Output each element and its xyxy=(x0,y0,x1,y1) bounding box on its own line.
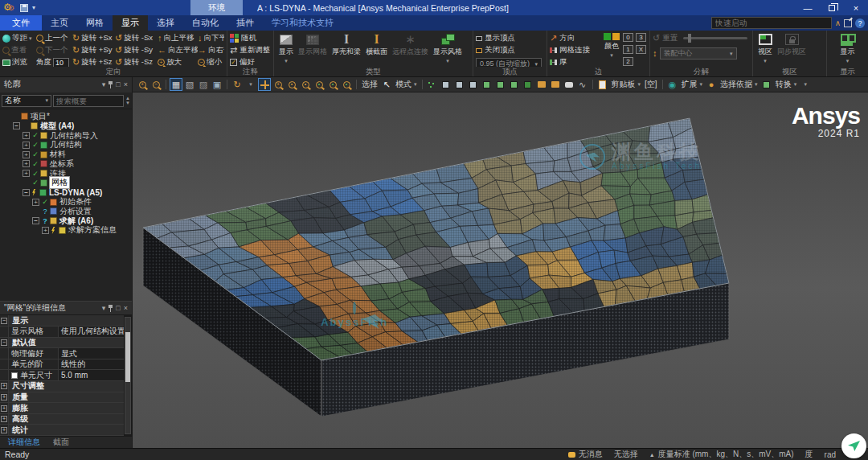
clipboard-dropdown[interactable]: 剪贴板▾ xyxy=(610,79,643,90)
tree-item-solution-info[interactable]: +求解方案信息 xyxy=(2,226,132,236)
edge-color-button[interactable]: 颜色 ▾ xyxy=(600,32,623,67)
tree-expander-icon[interactable]: + xyxy=(23,151,30,158)
menu-tab-4[interactable]: 选择 xyxy=(148,15,183,31)
details-tab-1[interactable]: 截面 xyxy=(47,437,76,448)
details-row-1[interactable]: 显示风格使用几何结构设置 xyxy=(0,327,124,338)
rotate-dropdown[interactable]: ▾ xyxy=(244,78,257,91)
shaded-exterior-icon[interactable]: ▧ xyxy=(183,78,196,91)
edge-direction[interactable]: ↗方向 xyxy=(550,32,600,44)
edge-number-button-0[interactable]: 0 xyxy=(623,33,633,42)
help-icon[interactable]: ? xyxy=(855,18,865,28)
details-row-5[interactable]: 单元尺寸5.0 mm xyxy=(0,370,124,381)
style-cross-section[interactable]: I横截面 xyxy=(363,32,390,67)
zoom-out-icon[interactable]: − xyxy=(149,78,162,91)
vertex-close-vertices[interactable]: 关闭顶点 xyxy=(476,44,544,56)
angle-input[interactable]: 10 xyxy=(53,58,69,68)
details-value[interactable]: 使用几何结构设置 xyxy=(59,327,124,337)
orient-rotate-icon[interactable]: ↻旋转 +Sz xyxy=(72,56,115,67)
outline-menu-caret-icon[interactable]: ▾ xyxy=(102,80,106,88)
extend-globe-icon[interactable]: ◉ xyxy=(666,78,679,91)
annotation-xyz-icon[interactable] xyxy=(535,78,548,91)
minimize-button[interactable]: — xyxy=(796,0,820,15)
menu-tab-1[interactable]: 主页 xyxy=(42,15,77,31)
comment-bubble-icon[interactable] xyxy=(563,78,575,91)
tree-expander-icon[interactable]: + xyxy=(23,142,30,149)
tree-expander-icon[interactable]: + xyxy=(42,227,49,234)
select-element-face-icon[interactable] xyxy=(522,78,534,91)
sync-viewports-button[interactable]: 同步视区 xyxy=(775,32,809,67)
pin-icon[interactable] xyxy=(108,81,113,88)
convert-icon[interactable] xyxy=(760,78,773,91)
viewports-button[interactable]: 视区 ▾ xyxy=(755,32,775,67)
select-edge-icon[interactable] xyxy=(453,78,466,91)
collapse-icon[interactable]: − xyxy=(1,339,7,346)
tree-expander-icon[interactable]: + xyxy=(23,160,30,167)
explode-slider[interactable] xyxy=(683,37,747,39)
details-value[interactable]: 5.0 mm xyxy=(59,370,124,380)
orient-arrow-down-icon[interactable]: ↓向下平移 xyxy=(198,32,224,44)
filter-combo[interactable]: 名称▾ xyxy=(2,95,51,107)
rotate-icon[interactable]: ↻ xyxy=(231,78,244,91)
menu-tab-3[interactable]: 显示 xyxy=(113,15,148,31)
sketch-display-icon[interactable]: ▨ xyxy=(197,78,210,91)
save-icon[interactable] xyxy=(20,4,28,12)
zoom-capped-icon[interactable]: • xyxy=(313,78,326,91)
vertex-scale-select[interactable]: 0.95 (自动缩放)▾ xyxy=(476,58,542,67)
edge-number-button-1[interactable]: 1 xyxy=(623,45,633,54)
tree-expander-icon[interactable]: − xyxy=(23,189,30,196)
orient-rotate-icon[interactable]: ↻旋转 +Sy xyxy=(72,44,115,56)
expand-icon[interactable]: + xyxy=(1,405,7,412)
style-beam-gray[interactable]: I厚壳和梁 xyxy=(330,32,363,67)
orient-angle-field[interactable]: 角度10 xyxy=(36,56,72,67)
menu-tab-6[interactable]: 插件 xyxy=(227,15,263,31)
mode-dropdown[interactable]: 模式▾ xyxy=(394,79,419,90)
reset-icon[interactable]: ↺ xyxy=(653,34,660,43)
details-row-3[interactable]: 物理偏好显式 xyxy=(0,348,124,359)
select-element-icon[interactable] xyxy=(508,78,521,91)
expand-icon[interactable]: + xyxy=(1,394,7,400)
orient-zoom-out-icon[interactable]: −缩小 xyxy=(198,56,224,67)
orient-magnifier-icon[interactable]: 上一个 xyxy=(36,32,72,44)
collapse-icon[interactable]: − xyxy=(1,318,7,324)
annotation-rescale[interactable]: ⇄重新调整 xyxy=(230,44,271,56)
box-zoom-icon[interactable]: ▪ xyxy=(285,78,298,91)
orient-arrow-left-icon[interactable]: ←向左平移 xyxy=(158,44,198,56)
zoom-icon[interactable]: + xyxy=(272,78,285,91)
zoom-mesh-icon[interactable]: • xyxy=(326,78,339,91)
chart-icon[interactable]: ∿ xyxy=(576,78,589,91)
select-face-icon[interactable] xyxy=(467,78,480,91)
menu-tab-2[interactable]: 网格 xyxy=(77,15,113,31)
tree-item-coordinate-systems[interactable]: +✓坐标系 xyxy=(2,159,132,169)
expand-icon[interactable]: + xyxy=(1,427,7,433)
orient-arrow-up-icon[interactable]: ↑向上平移 xyxy=(158,32,198,44)
orient-zoom-in-icon[interactable]: +放大 xyxy=(158,56,198,67)
copy-view-icon[interactable]: ▣ xyxy=(211,78,223,91)
select-node-icon[interactable] xyxy=(494,78,507,91)
maximize-panel-icon[interactable]: □ xyxy=(116,80,120,88)
select-body-icon[interactable] xyxy=(481,78,493,91)
details-value[interactable]: 显式 xyxy=(59,348,124,359)
pan-icon[interactable] xyxy=(258,78,271,91)
details-close-icon[interactable]: × xyxy=(124,304,128,312)
orient-rotate-ccw-icon[interactable]: ↺旋转 -Sy xyxy=(115,44,158,56)
expand-icon[interactable]: + xyxy=(1,383,7,389)
outline-search-input[interactable] xyxy=(53,95,124,107)
explode-center-select[interactable]: 装配中心▾ xyxy=(660,47,737,60)
checkbox-icon[interactable] xyxy=(11,372,18,379)
zoom-in-icon[interactable]: + xyxy=(136,78,149,91)
style-mesh-cube[interactable]: 显示网格 xyxy=(296,32,330,67)
context-tab-environment[interactable]: 环境 xyxy=(190,0,243,15)
style-display-style[interactable]: 显示风格▾ xyxy=(431,32,465,67)
orient-browse-icon[interactable]: 浏览 xyxy=(2,56,36,67)
tree-expander-icon[interactable]: − xyxy=(32,217,39,224)
clipboard-icon[interactable] xyxy=(596,78,609,91)
viewport-3d[interactable]: 渊鱼科技 AbyssFish Tech AbyssFish Ansys 2024… xyxy=(133,92,868,448)
select-cursor-icon[interactable]: ↖ xyxy=(380,78,393,91)
tree-expander-icon[interactable]: + xyxy=(23,132,30,139)
restore-button[interactable] xyxy=(820,0,844,15)
quick-access-dropdown-icon[interactable]: ▾ xyxy=(32,4,35,11)
edge-thick[interactable]: 厚 xyxy=(550,56,600,67)
style-remote-point[interactable]: ∗远程点连接 xyxy=(390,32,431,67)
tree-expander-icon[interactable]: + xyxy=(32,199,39,206)
details-tab-0[interactable]: 详细信息 xyxy=(2,437,47,448)
